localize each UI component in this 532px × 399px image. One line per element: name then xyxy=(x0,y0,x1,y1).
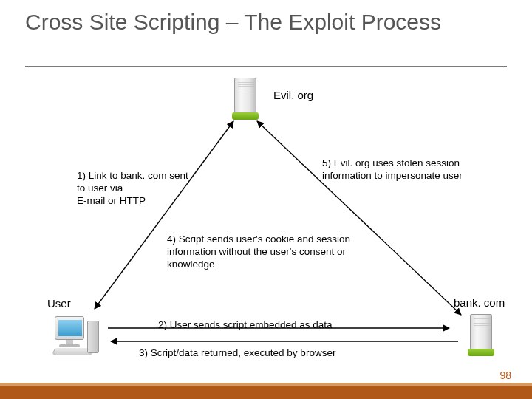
user-pc-icon xyxy=(55,316,99,359)
evil-server-icon xyxy=(234,77,256,120)
footer-bar xyxy=(0,386,532,399)
svg-line-0 xyxy=(95,121,233,309)
slide-title: Cross Site Scripting – The Exploit Proce… xyxy=(25,10,441,34)
step-3-text: 3) Script/data returned, executed by bro… xyxy=(139,347,335,360)
step-5-text: 5) Evil. org uses stolen session informa… xyxy=(322,157,470,183)
step-2-text: 2) User sends script embedded as data xyxy=(158,319,332,332)
bank-server-icon xyxy=(470,313,492,356)
step-1-text: 1) Link to bank. com sent to user via E-… xyxy=(77,170,195,208)
step-4-text: 4) Script sends user's cookie and sessio… xyxy=(167,233,359,271)
svg-line-1 xyxy=(257,121,461,315)
page-number: 98 xyxy=(499,369,511,381)
title-underline xyxy=(25,66,507,67)
evil-label: Evil. org xyxy=(273,89,313,103)
bank-label: bank. com xyxy=(454,296,505,310)
user-label: User xyxy=(47,297,71,311)
slide: Cross Site Scripting – The Exploit Proce… xyxy=(0,0,532,399)
